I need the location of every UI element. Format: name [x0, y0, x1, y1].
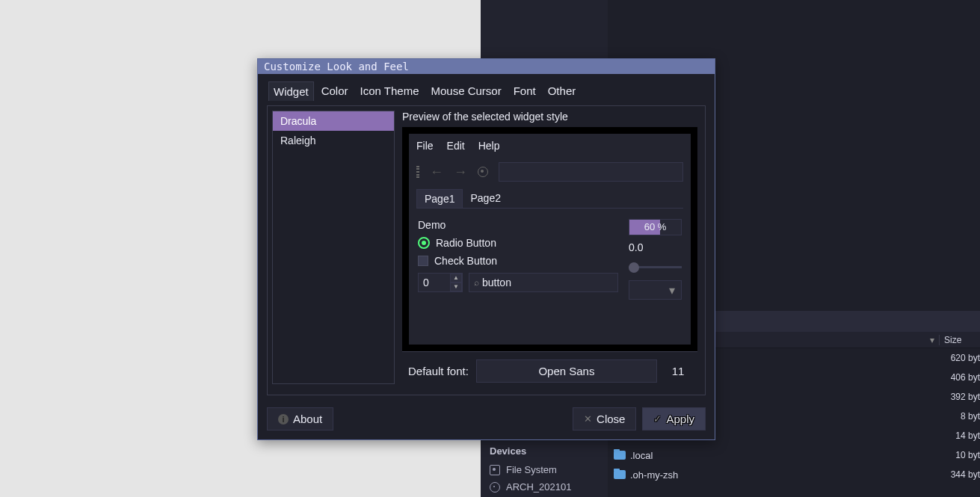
scale-slider[interactable]	[629, 259, 682, 274]
back-icon[interactable]: ←	[430, 164, 443, 180]
sort-arrow-icon: ▾	[930, 335, 934, 345]
tab-icon-theme[interactable]: Icon Theme	[356, 81, 424, 101]
progress-text: 60 %	[629, 220, 681, 235]
device-label: ARCH_202101	[506, 481, 571, 493]
window-titlebar[interactable]: Customize Look and Feel	[258, 59, 715, 74]
font-size: 11	[665, 365, 691, 377]
close-label: Close	[597, 413, 625, 425]
menu-help[interactable]: Help	[478, 140, 500, 152]
search-icon: ⌕	[474, 277, 479, 288]
tab-color[interactable]: Color	[317, 81, 353, 101]
list-item[interactable]: .local10 byt	[608, 445, 980, 465]
preview-label: Preview of the selected widget style	[402, 111, 697, 123]
apply-button[interactable]: ✓ Apply	[642, 407, 706, 430]
device-arch[interactable]: ARCH_202101	[481, 478, 608, 496]
chevron-down-icon: ▾	[669, 283, 675, 297]
check-icon: ✓	[653, 413, 662, 425]
theme-list[interactable]: Dracula Raleigh	[272, 111, 395, 384]
devices-section: Devices File System ARCH_202101	[481, 441, 608, 496]
preview-tab-page1[interactable]: Page1	[416, 189, 463, 208]
combo-box[interactable]: ▾	[629, 280, 682, 300]
radio-label: Radio Button	[436, 237, 496, 249]
widget-tab-content: Dracula Raleigh Preview of the selected …	[267, 105, 706, 395]
theme-item-dracula[interactable]: Dracula	[273, 111, 394, 131]
toolbar-entry[interactable]	[499, 162, 683, 182]
slider-knob-icon[interactable]	[629, 262, 639, 273]
menu-edit[interactable]: Edit	[447, 140, 465, 152]
device-file-system[interactable]: File System	[481, 461, 608, 478]
scale-value: 0.0	[629, 241, 682, 253]
check-button[interactable]: Check Button	[418, 255, 618, 267]
column-size[interactable]: Size	[939, 335, 980, 345]
about-button[interactable]: i About	[267, 407, 333, 430]
spin-input[interactable]	[419, 274, 450, 291]
window-title: Customize Look and Feel	[264, 61, 409, 72]
device-label: File System	[506, 464, 557, 475]
preview-column: Preview of the selected widget style Fil…	[395, 106, 705, 395]
font-family: Open Sans	[538, 365, 594, 377]
spin-up-icon[interactable]: ▲	[450, 274, 462, 283]
spin-button[interactable]: ▲ ▼	[418, 273, 463, 292]
check-label: Check Button	[434, 255, 497, 267]
search-input[interactable]	[482, 274, 613, 291]
preview-toolbar: ← →	[416, 159, 683, 185]
tab-font[interactable]: Font	[509, 81, 540, 101]
frame-label: Demo	[418, 219, 618, 231]
progress-bar: 60 %	[629, 219, 682, 235]
about-label: About	[293, 413, 322, 425]
dialog-action-bar: i About ✕ Close ✓ Apply	[258, 401, 715, 439]
folder-icon	[614, 451, 626, 460]
toolbar-handle-icon[interactable]	[416, 166, 419, 178]
theme-item-raleigh[interactable]: Raleigh	[273, 131, 394, 150]
radio-button[interactable]: Radio Button	[418, 237, 618, 249]
preview-menubar: File Edit Help	[416, 137, 683, 155]
main-tabs: Widget Color Icon Theme Mouse Cursor Fon…	[258, 74, 715, 102]
info-icon: i	[278, 414, 289, 425]
preview-tabs: Page1 Page2	[416, 189, 683, 209]
lxappearance-window: Customize Look and Feel Widget Color Ico…	[257, 58, 715, 440]
disc-icon	[490, 482, 500, 493]
disk-icon	[490, 465, 500, 475]
devices-heading: Devices	[481, 441, 608, 461]
apply-label: Apply	[666, 413, 694, 425]
font-label: Default font:	[408, 365, 469, 377]
preview-tab-page2[interactable]: Page2	[463, 189, 508, 208]
tab-widget[interactable]: Widget	[268, 81, 314, 101]
close-button[interactable]: ✕ Close	[573, 407, 636, 430]
folder-icon	[614, 470, 626, 479]
spin-down-icon[interactable]: ▼	[450, 283, 462, 291]
search-entry[interactable]: ⌕	[469, 273, 618, 292]
radio-icon	[418, 237, 430, 249]
menu-file[interactable]: File	[416, 140, 434, 152]
forward-icon[interactable]: →	[454, 164, 467, 180]
list-item[interactable]: .oh-my-zsh344 byt	[608, 465, 980, 484]
tab-other[interactable]: Other	[543, 81, 581, 101]
close-icon: ✕	[584, 413, 592, 425]
default-font-row: Default font: Open Sans 11	[402, 351, 697, 390]
tab-mouse-cursor[interactable]: Mouse Cursor	[426, 81, 505, 101]
checkbox-icon	[418, 256, 428, 266]
preview-box: File Edit Help ← → Page1	[402, 127, 697, 351]
record-icon[interactable]	[478, 167, 488, 177]
font-button[interactable]: Open Sans	[476, 359, 657, 383]
